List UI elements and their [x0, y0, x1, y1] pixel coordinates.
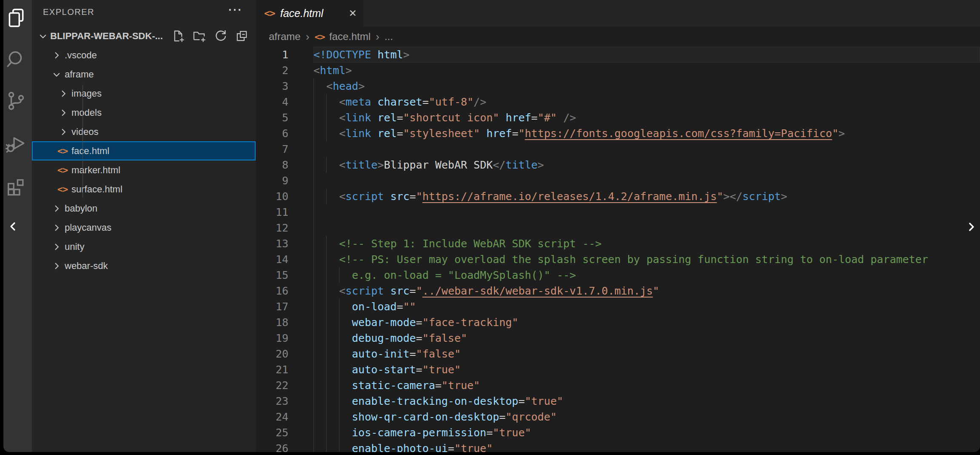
line-number: 12 [256, 220, 288, 236]
new-file-icon[interactable] [171, 29, 185, 43]
indent-guide [339, 441, 339, 452]
tab-face-html[interactable]: <> face.html ✕ [256, 0, 364, 26]
code-line-3[interactable]: 3 <head> [256, 78, 980, 94]
code-line-12[interactable]: 12 [256, 220, 980, 236]
line-number: 26 [256, 441, 288, 452]
line-number: 23 [256, 393, 288, 409]
code-line-8[interactable]: 8 <title>Blippar WebAR SDK</title> [256, 157, 980, 173]
code-line-18[interactable]: 18 webar-mode="face-tracking" [256, 315, 980, 330]
tree-item-label: playcanvas [65, 222, 111, 233]
source-control-icon[interactable] [6, 90, 27, 112]
run-debug-icon[interactable] [6, 133, 27, 154]
line-number: 17 [256, 299, 288, 315]
tree-item-images[interactable]: images [32, 84, 256, 103]
window-bottom-edge [0, 452, 980, 455]
chevron-right-icon [58, 107, 69, 118]
indent-guide [313, 94, 314, 110]
indent-guide [339, 330, 339, 346]
chevron-left-icon[interactable] [8, 218, 18, 237]
code-line-2[interactable]: 2<html> [256, 63, 980, 78]
tree-item-webar-sdk[interactable]: webar-sdk [32, 256, 256, 275]
tree-item-unity[interactable]: unity [32, 237, 256, 256]
indent-guide [313, 157, 314, 173]
explorer-title: EXPLORER [43, 7, 94, 17]
code-line-1[interactable]: 1<!DOCTYPE html> [256, 47, 980, 63]
indent-guide [326, 425, 327, 441]
code-line-26[interactable]: 26 enable-photo-ui="true" [256, 441, 980, 452]
line-content: <script src="https://aframe.io/releases/… [313, 189, 980, 204]
collapse-all-icon[interactable] [235, 29, 248, 43]
code-line-21[interactable]: 21 auto-start="true" [256, 362, 980, 378]
tree-item-aframe[interactable]: aframe [32, 65, 256, 84]
line-number: 2 [256, 63, 288, 78]
code-line-6[interactable]: 6 <link rel="stylesheet" href="https://f… [256, 126, 980, 141]
code-line-16[interactable]: 16 <script src="../webar-sdk/webar-sdk-v… [256, 283, 980, 299]
code-line-20[interactable]: 20 auto-init="false" [256, 346, 980, 362]
code-line-17[interactable]: 17 on-load="" [256, 299, 980, 315]
indent-guide [326, 110, 327, 126]
breadcrumb-item[interactable]: face.html [329, 31, 370, 43]
indent-guide [313, 126, 314, 141]
tree-item-label: surface.html [71, 184, 122, 195]
line-number: 6 [256, 126, 288, 141]
code-line-9[interactable]: 9 [256, 173, 980, 189]
line-content: <!-- PS: User may overload the splash sc… [313, 252, 980, 267]
indent-guide [313, 283, 314, 299]
breadcrumb-item[interactable]: aframe [269, 31, 301, 43]
indent-guide [313, 346, 314, 362]
indent-guide [326, 126, 327, 141]
close-icon[interactable]: ✕ [349, 8, 357, 19]
tree-item-label: images [71, 88, 102, 99]
extensions-icon[interactable] [6, 175, 27, 196]
tree-root-folder[interactable]: BLIPPAR-WEBAR-SDK-... [32, 26, 256, 46]
indent-guide [339, 362, 339, 378]
indent-guide [313, 220, 314, 236]
indent-guide [313, 393, 314, 409]
html-file-icon: <> [314, 31, 325, 42]
tree-item-label: face.html [71, 146, 109, 157]
breadcrumb-item[interactable]: ... [385, 31, 393, 43]
files-explorer-icon[interactable] [6, 7, 27, 29]
tree-item-models[interactable]: models [32, 103, 256, 122]
code-area[interactable]: 1<!DOCTYPE html>2<html>3 <head>4 <meta c… [256, 47, 980, 452]
indent-guide [326, 267, 327, 283]
code-line-11[interactable]: 11 [256, 204, 980, 220]
tree-item-videos[interactable]: videos [32, 122, 256, 141]
tab-label: face.html [280, 7, 323, 20]
line-number: 1 [256, 47, 288, 63]
chevron-right-icon [51, 203, 62, 214]
code-line-7[interactable]: 7 [256, 141, 980, 157]
tree-item-playcanvas[interactable]: playcanvas [32, 218, 256, 237]
code-line-13[interactable]: 13 <!-- Step 1: Include WebAR SDK script… [256, 236, 980, 252]
code-line-22[interactable]: 22 static-camera="true" [256, 378, 980, 393]
refresh-icon[interactable] [214, 29, 227, 43]
code-line-25[interactable]: 25 ios-camera-permission="true" [256, 425, 980, 441]
tree-item--vscode[interactable]: .vscode [32, 46, 256, 65]
html-file-icon: <> [56, 165, 69, 175]
chevron-right-icon [51, 50, 62, 61]
code-line-4[interactable]: 4 <meta charset="utf-8"/> [256, 94, 980, 110]
code-line-5[interactable]: 5 <link rel="shortcut icon" href="#" /> [256, 110, 980, 126]
code-line-14[interactable]: 14 <!-- PS: User may overload the splash… [256, 252, 980, 267]
tree-item-surface-html[interactable]: <>surface.html [32, 180, 256, 199]
tree-item-face-html[interactable]: <>face.html [32, 141, 256, 160]
more-actions-icon[interactable]: ⋯ [228, 1, 243, 18]
chevron-right-icon[interactable] [966, 218, 977, 237]
search-icon[interactable] [6, 49, 27, 70]
indent-guide [313, 141, 314, 157]
code-line-23[interactable]: 23 enable-tracking-on-desktop="true" [256, 393, 980, 409]
indent-guide [313, 362, 314, 378]
code-line-19[interactable]: 19 debug-mode="false" [256, 330, 980, 346]
root-folder-label: BLIPPAR-WEBAR-SDK-... [50, 31, 163, 42]
explorer-sidebar: EXPLORER ⋯ BLIPPAR-WEBAR-SDK-... [32, 0, 256, 452]
tree-item-label: babylon [65, 203, 97, 214]
line-content: auto-init="false" [313, 346, 980, 362]
tree-item-marker-html[interactable]: <>marker.html [32, 160, 256, 180]
indent-guide [339, 425, 339, 441]
line-content: <head> [313, 78, 980, 94]
new-folder-icon[interactable] [193, 29, 206, 43]
code-line-24[interactable]: 24 show-qr-card-on-desktop="qrcode" [256, 409, 980, 425]
code-line-10[interactable]: 10 <script src="https://aframe.io/releas… [256, 189, 980, 204]
code-line-15[interactable]: 15 e.g. on-load = "LoadMySplash()" --> [256, 267, 980, 283]
tree-item-babylon[interactable]: babylon [32, 199, 256, 218]
